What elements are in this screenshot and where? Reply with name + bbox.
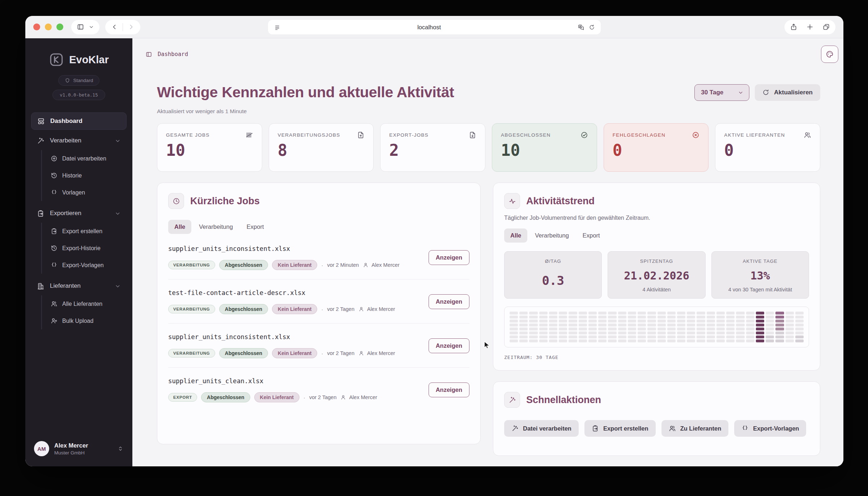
sidebar-toggle-button[interactable] xyxy=(71,20,99,34)
heatmap-cell xyxy=(588,335,597,338)
reload-icon[interactable] xyxy=(589,24,595,30)
view-button[interactable]: Anzeigen xyxy=(429,382,469,397)
job-supplier-badge: Kein Lieferant xyxy=(272,260,317,270)
heatmap-cell xyxy=(726,312,735,315)
view-button[interactable]: Anzeigen xyxy=(429,338,469,353)
topbar: Dashboard xyxy=(132,38,843,67)
quick-action-datei-verarbeiten[interactable]: Datei verarbeiten xyxy=(504,420,579,437)
activity-stat-value: 13% xyxy=(715,269,805,282)
sidebar-group-lieferanten[interactable]: Lieferanten xyxy=(31,277,127,295)
heatmap-cell xyxy=(786,335,794,338)
jobs-tab-export[interactable]: Export xyxy=(241,220,270,234)
sidebar-group-exportieren[interactable]: Exportieren xyxy=(31,204,127,223)
heatmap-cell xyxy=(569,332,577,334)
heatmap-cell xyxy=(647,328,656,330)
quick-action-label: Export-Vorlagen xyxy=(753,425,799,432)
heatmap-cell xyxy=(667,316,676,318)
sidebar-item-export-historie[interactable]: Export-Historie xyxy=(51,240,127,257)
job-user-name: Alex Mercer xyxy=(367,350,395,356)
view-button[interactable]: Anzeigen xyxy=(429,294,469,309)
heatmap-cell xyxy=(647,339,656,342)
jobs-tab-verarbeitung[interactable]: Verarbeitung xyxy=(193,220,239,234)
jobs-tab-alle[interactable]: Alle xyxy=(168,220,191,234)
activity-stat-label: SPITZENTAG xyxy=(612,258,701,264)
user-icon xyxy=(340,394,346,400)
minimize-window-button[interactable] xyxy=(45,23,52,30)
panel-left-icon xyxy=(77,23,84,31)
stat-label: ABGESCHLOSSEN xyxy=(501,131,551,138)
sidebar-item-vorlagen[interactable]: Vorlagen xyxy=(51,184,127,201)
heatmap-cell xyxy=(707,324,715,326)
activity-tab-export[interactable]: Export xyxy=(576,228,606,243)
sidebar-item-historie[interactable]: Historie xyxy=(51,167,127,184)
view-button[interactable]: Anzeigen xyxy=(429,250,469,265)
clipboard-export-icon xyxy=(37,210,44,217)
job-status-badge: Abgeschlossen xyxy=(219,260,268,270)
heatmap-cell xyxy=(687,332,695,334)
chevron-down-icon xyxy=(115,210,121,217)
panel-toggle-icon[interactable] xyxy=(145,51,152,58)
heatmap-day-column xyxy=(598,312,607,342)
job-type-badge: EXPORT xyxy=(168,393,197,402)
heatmap-cell xyxy=(756,316,764,318)
url-text[interactable]: localhost xyxy=(281,24,578,31)
heatmap-cell xyxy=(647,332,656,334)
heatmap-cell xyxy=(618,316,626,318)
translate-icon[interactable] xyxy=(578,24,584,31)
sidebar-group-verarbeiten[interactable]: Verarbeiten xyxy=(31,131,127,150)
theme-button[interactable] xyxy=(821,46,838,63)
sidebar-item-export-vorlagen[interactable]: Export-Vorlagen xyxy=(51,257,127,274)
job-row: supplier_units_clean.xlsxEXPORTAbgeschlo… xyxy=(168,368,469,411)
quick-action-export-vorlagen[interactable]: Export-Vorlagen xyxy=(734,420,806,437)
forward-button[interactable] xyxy=(127,23,135,31)
heatmap-cell xyxy=(775,320,784,322)
reader-icon[interactable] xyxy=(274,24,281,31)
job-filename: supplier_units_clean.xlsx xyxy=(168,377,421,385)
close-window-button[interactable] xyxy=(33,23,40,30)
sidebar-item-dashboard[interactable]: Dashboard xyxy=(31,112,127,130)
quick-action-zu-lieferanten[interactable]: Zu Lieferanten xyxy=(661,420,729,437)
job-user: Alex Mercer xyxy=(358,306,395,312)
refresh-icon xyxy=(762,89,769,96)
refresh-button[interactable]: Aktualisieren xyxy=(755,84,820,101)
circle-plus-icon xyxy=(51,155,58,162)
heatmap-cell xyxy=(756,339,764,342)
zoom-window-button[interactable] xyxy=(56,23,63,30)
activity-stats: Ø/TAG0.3SPITZENTAG21.02.20264 Aktivitäte… xyxy=(504,251,809,299)
back-button[interactable] xyxy=(111,23,118,31)
sidebar-item-export-erstellen[interactable]: Export erstellen xyxy=(51,223,127,240)
heatmap-cell xyxy=(588,312,597,315)
heatmap-cell xyxy=(618,335,626,338)
heatmap-day-column xyxy=(726,312,735,342)
heatmap-cell xyxy=(786,312,794,315)
heatmap-cell xyxy=(628,316,636,318)
sidebar-item-bulk-upload[interactable]: Bulk Upload xyxy=(51,312,127,329)
sidebar-item-alle-lieferanten[interactable]: Alle Lieferanten xyxy=(51,295,127,312)
heatmap-cell xyxy=(588,320,597,322)
stat-card-fehlgeschlagen: FEHLGESCHLAGEN0 xyxy=(604,123,709,172)
range-select[interactable]: 30 Tage xyxy=(694,84,749,101)
quick-action-export-erstellen[interactable]: Export erstellen xyxy=(584,420,656,437)
tab-overview-button[interactable] xyxy=(822,23,830,31)
heatmap-cell xyxy=(736,328,744,330)
heatmap-cell xyxy=(707,332,715,334)
share-button[interactable] xyxy=(790,23,797,31)
heatmap-cell xyxy=(766,316,774,318)
stat-card-abgeschlossen: ABGESCHLOSSEN10 xyxy=(492,123,597,172)
activity-tab-alle[interactable]: Alle xyxy=(504,228,527,243)
heatmap-cell xyxy=(658,328,666,330)
version-badge-label: v1.0.0-beta.15 xyxy=(60,92,98,98)
user-menu[interactable]: AM Alex Mercer Muster GmbH xyxy=(25,433,132,466)
sidebar-item-datei-verarbeiten[interactable]: Datei verarbeiten xyxy=(51,150,127,167)
heatmap-cell xyxy=(549,328,557,330)
heatmap-cell xyxy=(579,328,587,330)
url-bar[interactable]: localhost xyxy=(268,20,601,34)
heatmap-cell xyxy=(549,332,557,334)
heatmap-cell xyxy=(559,320,567,322)
heatmap-cell xyxy=(697,320,705,322)
heatmap-cell xyxy=(618,312,626,315)
new-tab-button[interactable] xyxy=(806,23,814,31)
heatmap-cell xyxy=(658,312,666,315)
activity-icon-badge xyxy=(504,193,520,209)
activity-tab-verarbeitung[interactable]: Verarbeitung xyxy=(529,228,575,243)
